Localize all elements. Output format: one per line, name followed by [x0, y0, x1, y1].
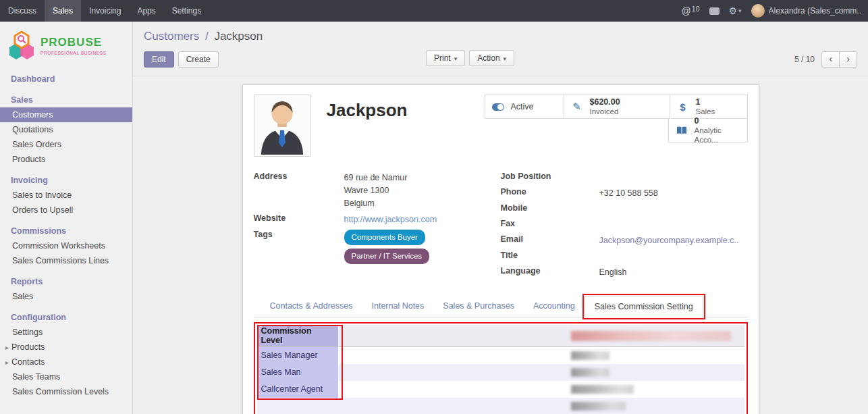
sidebar-item-label: Customers: [12, 110, 53, 120]
table-header-row: Commission Level: [257, 325, 744, 347]
sidebar-section-reports[interactable]: Reports: [0, 274, 132, 289]
redacted-cell: [338, 347, 744, 364]
level-cell[interactable]: Callcenter Agent: [257, 381, 338, 398]
main-content: Customers / Jackpson Edit Create Print▾ …: [133, 22, 868, 414]
sidebar-item-reports-sales[interactable]: Sales: [0, 289, 132, 304]
sidebar-item-config-settings[interactable]: Settings: [0, 325, 132, 340]
topbar-menu-invoicing[interactable]: Invoicing: [81, 0, 129, 22]
mobile-label: Mobile: [501, 203, 599, 215]
sidebar: PROBUSE PROFESSIONAL BUSINESS Dashboard …: [0, 22, 133, 414]
customer-form-sheet: Jackpson Active ✎ $620.00 Inv: [242, 84, 759, 414]
address-line-3: Belgium: [344, 197, 408, 210]
email-link[interactable]: Jackpson@yourcompany.example.c..: [599, 236, 739, 245]
analytic-accounts-stat-button[interactable]: 0 Analytic Acco...: [668, 118, 748, 143]
customer-name: Jackpson: [327, 100, 408, 121]
pager-value: 5 / 10: [794, 55, 815, 64]
table-row-sales-manager[interactable]: Sales Manager: [257, 347, 744, 364]
sidebar-item-sales-teams[interactable]: Sales Teams: [0, 369, 132, 384]
sidebar-section-commissions[interactable]: Commissions: [0, 224, 132, 238]
sales-label: Sales: [696, 107, 715, 117]
level-cell[interactable]: Sales Man: [257, 364, 338, 381]
fax-label: Fax: [501, 219, 599, 231]
debug-icon[interactable]: ⚙ ▾: [729, 5, 742, 16]
mention-counter[interactable]: @ 10: [682, 5, 700, 16]
level-cell[interactable]: Sales Manager: [257, 347, 338, 364]
user-avatar: [751, 4, 765, 18]
table-row-sales-man[interactable]: Sales Man: [257, 364, 744, 381]
print-dropdown[interactable]: Print▾: [426, 50, 465, 66]
sidebar-item-config-products[interactable]: ▸Products: [0, 340, 132, 355]
logo-tagline: PROFESSIONAL BUSINESS: [40, 51, 107, 55]
sidebar-item-label: Sales Orders: [12, 140, 61, 149]
redacted-cell: [338, 381, 744, 398]
sales-count: 1: [696, 97, 715, 107]
phone-value: +32 10 588 558: [599, 188, 658, 198]
sidebar-section-configuration[interactable]: Configuration: [0, 310, 132, 325]
sidebar-item-label: Settings: [12, 328, 43, 337]
redacted-value-blur: [571, 402, 626, 411]
redacted-cell: [338, 398, 744, 414]
sidebar-item-label: Sales Teams: [12, 372, 60, 382]
topbar-menu: Discuss Sales Invoicing Apps Settings: [0, 0, 209, 22]
sidebar-item-products[interactable]: Products: [0, 152, 132, 167]
sidebar-item-config-contacts[interactable]: ▸Contacts: [0, 355, 132, 369]
expand-caret-icon: ▸: [5, 359, 9, 366]
sidebar-item-sales-commission-levels[interactable]: Sales Commission Levels: [0, 384, 132, 399]
sidebar-section-sales[interactable]: Sales: [0, 93, 132, 107]
sales-stat-button[interactable]: $ 1 Sales: [670, 95, 748, 119]
pager-next-button[interactable]: ›: [839, 51, 857, 68]
tab-accounting[interactable]: Accounting: [524, 296, 585, 317]
edit-button[interactable]: Edit: [144, 51, 174, 68]
topbar-menu-sales[interactable]: Sales: [45, 0, 81, 22]
at-icon: @: [682, 5, 691, 16]
topbar: Discuss Sales Invoicing Apps Settings @ …: [0, 0, 868, 22]
pencil-icon: ✎: [570, 101, 585, 113]
sidebar-item-orders-to-upsell[interactable]: Orders to Upsell: [0, 203, 132, 217]
tag-partner-it-services: Partner / IT Services: [344, 249, 430, 264]
pager: 5 / 10 ‹ ›: [794, 51, 857, 68]
topbar-menu-apps[interactable]: Apps: [129, 0, 163, 22]
user-menu[interactable]: Alexandra (Sales_comm..: [751, 4, 861, 18]
invoiced-stat-button[interactable]: ✎ $620.00 Invoiced: [564, 95, 670, 119]
create-button[interactable]: Create: [178, 51, 219, 68]
customer-photo: [254, 95, 310, 157]
address-line-2: Wavre 1300: [344, 184, 408, 197]
redacted-header-blur: [571, 331, 731, 341]
sidebar-item-quotations[interactable]: Quotations: [0, 122, 132, 137]
tab-internal-notes[interactable]: Internal Notes: [362, 296, 433, 317]
user-name: Alexandra (Sales_comm..: [769, 6, 861, 16]
tab-sales-commission-setting[interactable]: Sales Commission Setting: [585, 296, 703, 317]
redacted-value-blur: [571, 385, 634, 394]
address-label: Address: [254, 172, 344, 210]
chat-icon[interactable]: [709, 7, 720, 15]
email-label: Email: [501, 234, 599, 247]
pager-previous-button[interactable]: ‹: [821, 51, 840, 68]
sidebar-item-sales-orders[interactable]: Sales Orders: [0, 137, 132, 152]
sidebar-item-label: Commission Worksheets: [12, 241, 105, 251]
sidebar-item-commission-worksheets[interactable]: Commission Worksheets: [0, 238, 132, 253]
active-toggle-icon: [492, 103, 504, 111]
commission-level-column-header[interactable]: Commission Level: [257, 325, 338, 347]
topbar-menu-discuss[interactable]: Discuss: [0, 0, 45, 22]
notebook-tabs: Contacts & Addresses Internal Notes Sale…: [254, 296, 748, 317]
mention-count: 10: [692, 5, 700, 13]
tab-contacts-addresses[interactable]: Contacts & Addresses: [261, 296, 362, 317]
website-link[interactable]: http://www.jackpson.com: [344, 215, 437, 224]
breadcrumb-customers-link[interactable]: Customers: [144, 30, 199, 43]
tab-sales-purchases[interactable]: Sales & Purchases: [433, 296, 524, 317]
active-stat-button[interactable]: Active: [485, 95, 564, 119]
button-row: Edit Create Print▾ Action▾ 5 / 10 ‹ ›: [144, 50, 857, 69]
caret-down-icon: ▾: [454, 55, 458, 62]
table-row-empty[interactable]: [257, 398, 744, 414]
sidebar-item-sales-to-invoice[interactable]: Sales to Invoice: [0, 188, 132, 203]
table-row-callcenter-agent[interactable]: Callcenter Agent: [257, 381, 744, 398]
sidebar-item-dashboard[interactable]: Dashboard: [0, 72, 132, 86]
sidebar-item-sales-commissions-lines[interactable]: Sales Commissions Lines: [0, 253, 132, 268]
redacted-value-blur: [571, 368, 609, 377]
topbar-menu-settings[interactable]: Settings: [164, 0, 209, 22]
sidebar-item-customers[interactable]: Customers: [0, 107, 132, 122]
sidebar-section-invoicing[interactable]: Invoicing: [0, 173, 132, 188]
action-dropdown[interactable]: Action▾: [469, 50, 514, 66]
website-label: Website: [254, 213, 344, 226]
redacted-column-header: [338, 325, 744, 347]
